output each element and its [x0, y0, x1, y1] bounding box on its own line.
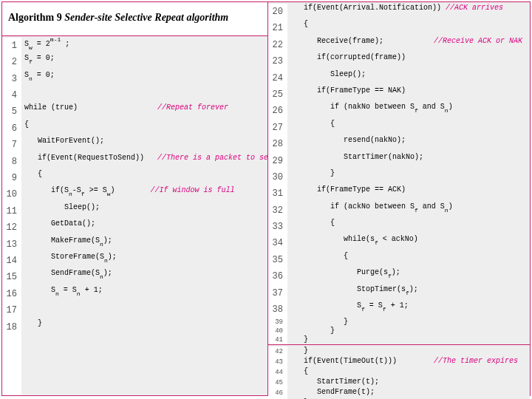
- line-number: 17: [5, 302, 17, 318]
- title-number: Algorithm 9: [8, 12, 62, 23]
- line-number: 44: [271, 367, 283, 378]
- line-number: 38: [271, 301, 283, 318]
- right-code-upper: 2021222324252627282930313233343536373839…: [268, 2, 530, 344]
- right-lines-upper: if(Event(Arrival.Notification))//ACK arr…: [290, 4, 530, 344]
- line-number: 25: [271, 86, 283, 103]
- line-number: 42: [271, 347, 283, 357]
- code-line: GetData();: [24, 219, 277, 236]
- line-number: 13: [5, 236, 17, 253]
- line-number: 40: [271, 327, 283, 335]
- line-number: 22: [271, 37, 283, 53]
- code-line: Purge(sf);: [290, 268, 527, 284]
- line-number: 30: [271, 169, 283, 185]
- line-number: 6: [5, 120, 17, 137]
- code-line: if(Event(RequestToSend))//There is a pac…: [24, 154, 277, 170]
- code-line: SendFrame(Sn);: [24, 269, 277, 285]
- code-line: if(FrameType == NAK): [290, 86, 527, 103]
- line-number: 23: [271, 53, 283, 69]
- right-gutter-upper: 2021222324252627282930313233343536373839…: [268, 4, 287, 344]
- code-line: if(Event(TimeOut(t)))//The timer expires: [290, 357, 527, 367]
- code-line: StartTimer(nakNo);: [290, 153, 527, 169]
- code-line: Sn = Sn + 1;: [24, 286, 277, 302]
- line-number: 27: [271, 120, 283, 136]
- line-number: 37: [271, 285, 283, 301]
- line-number: 26: [271, 103, 283, 119]
- title-desc: Sender-site Selective Repeat algorithm: [64, 12, 228, 23]
- line-number: 4: [5, 87, 17, 103]
- code-line: while(sf < ackNo): [290, 235, 527, 251]
- code-line: StoreFrame(Sn);: [24, 253, 277, 269]
- code-line: while (true)//Repeat forever: [24, 103, 277, 120]
- line-number: 1: [5, 38, 17, 54]
- left-column: Algorithm 9 Sender-site Selective Repeat…: [2, 2, 268, 395]
- line-number: 39: [271, 318, 283, 327]
- line-number: 3: [5, 71, 17, 87]
- line-number: 11: [5, 203, 17, 219]
- code-line: WaitForEvent();: [24, 137, 277, 153]
- line-number: 20: [271, 4, 283, 20]
- code-line: MakeFrame(Sn);: [24, 236, 277, 253]
- code-line: if (nakNo between Sf and Sn): [290, 103, 527, 119]
- right-column: 2021222324252627282930313233343536373839…: [268, 2, 530, 395]
- algorithm-title: Algorithm 9 Sender-site Selective Repeat…: [2, 2, 267, 36]
- code-line: if(FrameType == ACK): [290, 185, 527, 202]
- line-number: 24: [271, 70, 283, 86]
- line-number: 7: [5, 137, 17, 153]
- line-number: 12: [5, 219, 17, 236]
- code-line: Sf = Sf + 1;: [290, 301, 527, 318]
- code-line: Sleep();: [290, 70, 527, 86]
- code-line: Sleep();: [24, 203, 277, 219]
- code-line: {: [290, 367, 527, 378]
- line-number: 16: [5, 286, 17, 302]
- code-line: Sw = 2m-1 ;: [24, 38, 277, 54]
- code-line: [24, 87, 277, 103]
- code-line: resend(nakNo);: [290, 136, 527, 152]
- line-number: 46: [271, 388, 283, 398]
- code-line: }: [290, 335, 527, 344]
- line-number: 14: [5, 253, 17, 269]
- code-line: {: [24, 170, 277, 186]
- line-number: 29: [271, 153, 283, 169]
- line-number: 15: [5, 269, 17, 285]
- right-code-lower: 42434445464748 } if(Event(TimeOut(t)))//…: [268, 344, 530, 399]
- line-number: 21: [271, 20, 283, 36]
- code-line: {: [24, 120, 277, 137]
- code-line: if (ackNo between Sf and Sn): [290, 202, 527, 219]
- line-number: 45: [271, 378, 283, 388]
- code-line: StartTimer(t);: [290, 378, 527, 388]
- code-line: StopTimer(sf);: [290, 285, 527, 301]
- code-line: if(corrupted(frame)): [290, 53, 527, 69]
- code-line: if(Event(Arrival.Notification))//ACK arr…: [290, 4, 527, 20]
- code-line: {: [290, 120, 527, 136]
- code-line: {: [290, 219, 527, 235]
- line-number: 32: [271, 202, 283, 219]
- line-number: 34: [271, 235, 283, 251]
- line-number: 8: [5, 154, 17, 170]
- line-number: 33: [271, 219, 283, 235]
- line-number: 31: [271, 185, 283, 202]
- code-line: {: [290, 20, 527, 36]
- line-number: 2: [5, 54, 17, 70]
- code-line: }: [290, 169, 527, 185]
- line-number: 9: [5, 170, 17, 186]
- left-code: 1 2 3 4 5 6 7 8 9 10 11 12 13 14 15 16 1…: [2, 36, 267, 395]
- code-line: Receive(frame);//Receive ACK or NAK: [290, 37, 527, 53]
- right-lines-lower: } if(Event(TimeOut(t)))//The timer expir…: [290, 347, 530, 399]
- right-gutter-lower: 42434445464748: [268, 347, 287, 399]
- algorithm-figure: Algorithm 9 Sender-site Selective Repeat…: [1, 1, 531, 396]
- code-line: [24, 302, 277, 318]
- line-number: 5: [5, 103, 17, 120]
- line-number: 36: [271, 268, 283, 284]
- line-number: 35: [271, 252, 283, 268]
- code-line: {: [290, 252, 527, 268]
- line-number: 28: [271, 136, 283, 152]
- code-line: }: [290, 347, 527, 357]
- code-line: SendFrame(t);: [290, 388, 527, 398]
- line-number: 41: [271, 335, 283, 344]
- code-line: Sn = 0;: [24, 71, 277, 87]
- left-lines: Sw = 2m-1 ; Sf = 0; Sn = 0; while (true)…: [24, 38, 280, 395]
- left-gutter: 1 2 3 4 5 6 7 8 9 10 11 12 13 14 15 16 1…: [2, 38, 21, 395]
- code-line: if(Sn-Sf >= Sw)//If window is full: [24, 186, 277, 202]
- code-line: Sf = 0;: [24, 54, 277, 70]
- code-line: }: [24, 319, 277, 335]
